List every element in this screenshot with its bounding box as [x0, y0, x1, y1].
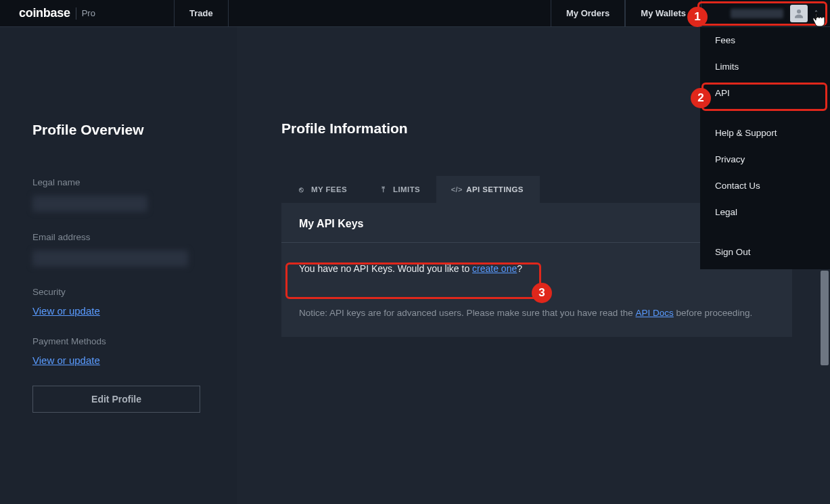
email-value-redacted — [32, 250, 188, 267]
nav-trade-label: Trade — [189, 8, 213, 18]
payment-link[interactable]: View or update — [32, 354, 100, 366]
edit-profile-button[interactable]: Edit Profile — [32, 386, 200, 413]
api-docs-link[interactable]: API Docs — [636, 308, 674, 318]
nav-my-wallets[interactable]: My Wallets — [625, 0, 701, 26]
tab-my-fees[interactable]: ⎋ MY FEES — [281, 176, 363, 203]
user-menu-trigger[interactable]: ˄ — [701, 0, 830, 26]
brand-sub: Pro — [82, 8, 95, 18]
notice-prefix: Notice: API keys are for advanced users.… — [299, 308, 636, 318]
legal-name-label: Legal name — [32, 177, 204, 187]
dropdown-signout[interactable]: Sign Out — [700, 239, 830, 265]
dropdown-limits[interactable]: Limits — [700, 53, 830, 80]
notice-suffix: before proceeding. — [674, 308, 752, 318]
tab-my-fees-label: MY FEES — [311, 185, 347, 193]
nav-trade[interactable]: Trade — [175, 0, 229, 26]
create-one-link[interactable]: create one — [472, 263, 517, 274]
avatar-icon — [793, 7, 805, 20]
brand-divider — [76, 7, 76, 20]
user-dropdown: Fees Limits API Help & Support Privacy C… — [700, 27, 830, 269]
chevron-up-icon: ˄ — [814, 9, 818, 17]
legal-name-value-redacted — [32, 196, 147, 212]
code-icon: </> — [453, 185, 461, 193]
tab-api-settings[interactable]: </> API SETTINGS — [436, 176, 540, 203]
upload-icon: ⤒ — [379, 185, 388, 193]
brand[interactable]: coinbase Pro — [0, 0, 175, 26]
dropdown-fees[interactable]: Fees — [700, 27, 830, 53]
tab-limits[interactable]: ⤒ LIMITS — [363, 176, 436, 203]
scrollbar[interactable] — [821, 271, 829, 365]
nav-spacer — [229, 0, 551, 26]
dropdown-separator-2 — [700, 225, 830, 239]
panel-title: My API Keys — [299, 218, 363, 230]
sidebar-title: Profile Overview — [32, 122, 204, 138]
svg-point-0 — [797, 9, 801, 14]
security-link[interactable]: View or update — [32, 305, 100, 317]
tab-api-settings-label: API SETTINGS — [466, 185, 524, 193]
nav-my-orders[interactable]: My Orders — [551, 0, 625, 26]
email-label: Email address — [32, 232, 204, 242]
user-name-redacted — [731, 9, 783, 18]
tab-limits-label: LIMITS — [393, 185, 420, 193]
dropdown-privacy[interactable]: Privacy — [700, 146, 830, 173]
avatar — [790, 5, 808, 22]
edit-profile-label: Edit Profile — [91, 394, 141, 405]
dropdown-api[interactable]: API — [700, 80, 830, 106]
link-icon: ⎋ — [298, 185, 306, 193]
sidebar: Profile Overview Legal name Email addres… — [0, 27, 237, 504]
security-label: Security — [32, 287, 204, 297]
brand-main: coinbase — [19, 6, 70, 20]
dropdown-contact[interactable]: Contact Us — [700, 173, 830, 199]
dropdown-separator — [700, 106, 830, 120]
payment-label: Payment Methods — [32, 336, 204, 346]
top-nav: coinbase Pro Trade My Orders My Wallets … — [0, 0, 830, 27]
dropdown-legal[interactable]: Legal — [700, 199, 830, 225]
empty-prefix: You have no API Keys. Would you like to — [299, 263, 472, 274]
nav-my-wallets-label: My Wallets — [641, 8, 686, 18]
dropdown-help[interactable]: Help & Support — [700, 120, 830, 146]
nav-my-orders-label: My Orders — [566, 8, 609, 18]
empty-suffix: ? — [517, 263, 522, 274]
notice: Notice: API keys are for advanced users.… — [281, 294, 792, 337]
